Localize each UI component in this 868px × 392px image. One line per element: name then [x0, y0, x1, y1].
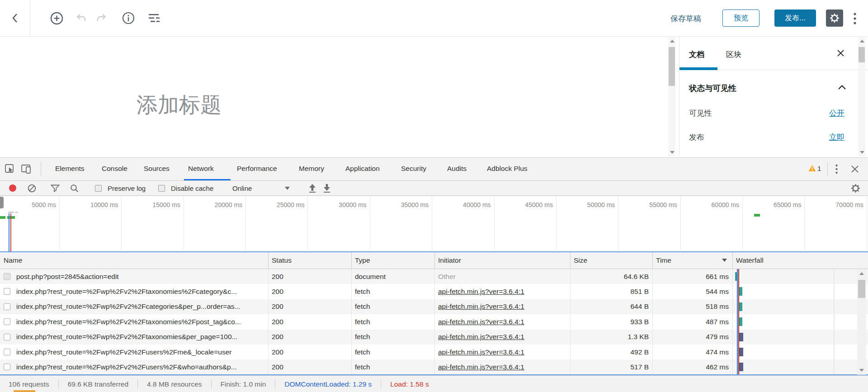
devtools-tab-application[interactable]: Application: [345, 165, 380, 173]
undo-button[interactable]: [75, 13, 87, 23]
warning-indicator[interactable]: [808, 165, 816, 173]
column-divider: [351, 359, 352, 374]
column-divider[interactable]: [732, 252, 733, 269]
initiator-cell[interactable]: api-fetch.min.js?ver=3.6.4:1: [438, 345, 567, 359]
content-structure-button[interactable]: [122, 12, 135, 24]
warning-count[interactable]: 1: [817, 165, 821, 172]
preserve-log-checkbox[interactable]: [95, 181, 102, 195]
tab-document[interactable]: 文档: [689, 49, 704, 60]
preview-button[interactable]: 预览: [722, 9, 760, 27]
network-overview-timeline[interactable]: 5000 ms10000 ms15000 ms20000 ms25000 ms3…: [0, 196, 868, 251]
status-bar-item[interactable]: Load: 1.58 s: [390, 380, 429, 388]
publish-button[interactable]: 发布...: [774, 9, 816, 27]
throttling-select[interactable]: Online: [232, 181, 252, 195]
column-header-time[interactable]: Time: [656, 256, 671, 264]
devtools-tab-console[interactable]: Console: [102, 165, 127, 173]
clear-button[interactable]: [28, 181, 36, 195]
post-title-placeholder[interactable]: 添加标题: [137, 91, 222, 119]
initiator-cell[interactable]: api-fetch.min.js?ver=3.6.4:1: [438, 299, 567, 314]
size-cell: 517 B: [570, 359, 649, 374]
column-divider[interactable]: [570, 252, 571, 269]
chevron-up-icon[interactable]: [838, 85, 846, 90]
column-header-size[interactable]: Size: [574, 256, 587, 264]
add-block-button[interactable]: [50, 12, 63, 25]
device-toolbar-button[interactable]: [20, 164, 32, 175]
canvas-scrollbar-thumb[interactable]: [669, 47, 675, 86]
canvas-scrollbar[interactable]: [668, 37, 675, 156]
column-header-waterfall[interactable]: Waterfall: [736, 256, 764, 264]
tab-block[interactable]: 区块: [726, 49, 741, 60]
scroll-up-arrow[interactable]: [670, 40, 675, 43]
disable-cache-label[interactable]: Disable cache: [171, 181, 213, 195]
record-button[interactable]: [9, 181, 17, 195]
devtools-tab-security[interactable]: Security: [401, 165, 426, 173]
scroll-down-arrow[interactable]: [860, 151, 864, 154]
initiator-cell[interactable]: api-fetch.min.js?ver=3.6.4:1: [438, 284, 567, 299]
column-divider[interactable]: [434, 252, 435, 269]
preserve-log-label[interactable]: Preserve log: [108, 181, 146, 195]
grid-scrollbar[interactable]: [857, 269, 866, 375]
column-divider: [652, 330, 653, 345]
network-request-row[interactable]: index.php?rest_route=%2Fwp%2Fv2%2Ftaxono…: [0, 314, 868, 329]
time-cell: 661 ms: [652, 269, 729, 284]
column-divider[interactable]: [268, 252, 269, 269]
initiator-cell[interactable]: api-fetch.min.js?ver=3.6.4:1: [438, 359, 567, 374]
overview-handle[interactable]: [0, 197, 4, 208]
status-bar-item[interactable]: DOMContentLoaded: 1.29 s: [284, 380, 372, 388]
import-har-button[interactable]: [308, 181, 316, 195]
sidebar-scrollbar[interactable]: [858, 37, 865, 156]
column-header-name[interactable]: Name: [4, 256, 22, 264]
grid-scrollbar-thumb[interactable]: [858, 280, 865, 298]
disable-cache-checkbox[interactable]: [158, 181, 165, 195]
throttling-dropdown-arrow[interactable]: [285, 181, 290, 195]
close-sidebar-button[interactable]: [837, 49, 844, 57]
network-request-row[interactable]: index.php?rest_route=%2Fwp%2Fv2%2Fcatego…: [0, 299, 868, 314]
column-divider[interactable]: [652, 252, 653, 269]
visibility-value-link[interactable]: 公开: [829, 108, 844, 118]
filter-button[interactable]: [51, 181, 60, 195]
export-har-button[interactable]: [323, 181, 331, 195]
devtools-menu-button[interactable]: [835, 164, 838, 174]
sidebar-scrollbar-thumb[interactable]: [859, 47, 865, 62]
panel-status-visibility-title[interactable]: 状态与可见性: [689, 83, 736, 94]
network-request-row[interactable]: index.php?rest_route=%2Fwp%2Fv2%2Fusers%…: [0, 359, 868, 374]
redo-button[interactable]: [95, 13, 107, 23]
initiator-cell[interactable]: api-fetch.min.js?ver=3.6.4:1: [438, 314, 567, 329]
devtools-tab-network[interactable]: Network: [188, 165, 214, 173]
column-divider: [434, 284, 435, 299]
devtools-tab-adblock-plus[interactable]: Adblock Plus: [487, 165, 528, 173]
publish-value-link[interactable]: 立即: [829, 132, 844, 142]
block-navigation-button[interactable]: [149, 14, 160, 23]
search-button[interactable]: [70, 181, 79, 195]
column-divider[interactable]: [351, 252, 352, 269]
scroll-up-arrow[interactable]: [859, 272, 864, 275]
inspect-element-button[interactable]: [5, 164, 15, 175]
save-draft-button[interactable]: 保存草稿: [670, 14, 701, 24]
type-cell: document: [355, 269, 432, 284]
settings-toggle-button[interactable]: [826, 9, 843, 27]
scroll-down-arrow[interactable]: [670, 151, 675, 154]
column-header-type[interactable]: Type: [355, 256, 370, 264]
network-request-row[interactable]: index.php?rest_route=%2Fwp%2Fv2%2Ftaxono…: [0, 330, 868, 345]
column-header-status[interactable]: Status: [272, 256, 292, 264]
devtools-tab-sources[interactable]: Sources: [144, 165, 170, 173]
more-options-button[interactable]: [854, 12, 856, 25]
devtools-tab-performance[interactable]: Performance: [237, 165, 277, 173]
devtools-tab-audits[interactable]: Audits: [447, 165, 467, 173]
devtools-close-button[interactable]: [851, 165, 859, 173]
network-request-row[interactable]: index.php?rest_route=%2Fwp%2Fv2%2Fusers%…: [0, 345, 868, 359]
network-request-row[interactable]: index.php?rest_route=%2Fwp%2Fv2%2Ftaxono…: [0, 284, 868, 299]
scroll-up-arrow[interactable]: [860, 40, 864, 43]
sort-descending-icon[interactable]: [722, 259, 727, 262]
initiator-cell[interactable]: api-fetch.min.js?ver=3.6.4:1: [438, 330, 567, 345]
network-settings-button[interactable]: [851, 181, 860, 195]
network-request-row[interactable]: post.php?post=2845&action=edit200documen…: [0, 269, 868, 284]
column-divider: [652, 345, 653, 359]
column-header-initiator[interactable]: Initiator: [438, 256, 461, 264]
status-bar-item: 106 requests: [9, 380, 49, 388]
devtools-tab-memory[interactable]: Memory: [299, 165, 324, 173]
scroll-down-arrow[interactable]: [859, 369, 864, 372]
dcl-marker-line: [9, 213, 9, 251]
back-button[interactable]: [0, 0, 30, 36]
devtools-tab-elements[interactable]: Elements: [55, 165, 85, 173]
